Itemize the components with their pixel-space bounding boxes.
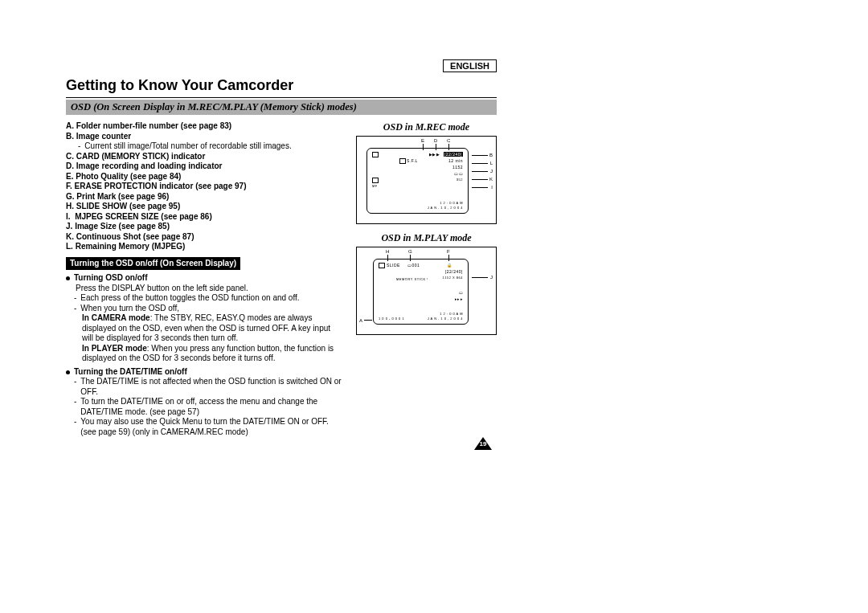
screen-size-icon: 352 bbox=[457, 178, 463, 182]
callout-E: E bbox=[421, 138, 424, 143]
callout-J: J bbox=[490, 169, 493, 174]
mrec-time: 1 2 : 0 0 A M bbox=[440, 201, 463, 205]
mplay-date: J A N . 1 0 , 2 0 0 4 bbox=[428, 317, 463, 321]
nf-indicator bbox=[372, 178, 379, 183]
line bbox=[472, 187, 488, 188]
section-band: OSD (On Screen Display in M.REC/M.PLAY (… bbox=[66, 100, 497, 115]
line bbox=[472, 171, 488, 172]
dt-l1: The DATE/TIME is not affected when the O… bbox=[74, 377, 342, 397]
line bbox=[364, 320, 372, 321]
item-l: L. Remaining Memory (MJPEG) bbox=[66, 242, 342, 252]
sfl-indicator: S.F.L bbox=[399, 158, 418, 164]
callout-C: C bbox=[447, 138, 450, 143]
dt-l3: You may also use the Quick Menu to turn … bbox=[74, 417, 342, 437]
item-b-note: Current still image/Total number of reco… bbox=[78, 141, 342, 152]
osd-onoff-l3: When you turn the OSD off, bbox=[74, 304, 342, 314]
title-rule bbox=[66, 97, 497, 98]
folder-file-number: 1 0 0 - 0 0 0 1 bbox=[379, 317, 404, 321]
continuous-shot-icon: ▭▭ bbox=[454, 171, 463, 176]
card-icon bbox=[379, 263, 386, 268]
callout-J2: J bbox=[490, 275, 493, 280]
slide-show-indicator: SLIDE bbox=[387, 263, 400, 268]
image-counter: [22/240] bbox=[445, 269, 463, 274]
item-i: I. MJPEG SCREEN SIZE (see page 86) bbox=[66, 212, 342, 223]
item-f: F. ERASE PROTECTION indicator (see page … bbox=[66, 182, 342, 192]
item-j: J. Image Size (see page 85) bbox=[66, 222, 342, 232]
mrec-inner: ▶▶▶ [22/240] S.F.L 12 min 1152 ▭▭ 352 MF… bbox=[366, 148, 469, 214]
turning-osd-onoff: Turning OSD on/off Press the DISPLAY but… bbox=[66, 273, 342, 364]
callout-I: I bbox=[491, 185, 493, 190]
mrec-panel-title: OSD in M.REC mode bbox=[356, 121, 497, 133]
image-size: 1152 X 864 bbox=[443, 276, 463, 280]
line bbox=[472, 277, 488, 278]
osd-onoff-l2: Each press of the button toggles the OSD… bbox=[74, 293, 342, 304]
osd-onoff-l1: Press the DISPLAY button on the left sid… bbox=[76, 284, 342, 294]
image-counter: [22/240] bbox=[444, 152, 463, 157]
item-b: B. Image counter bbox=[66, 132, 342, 142]
print-mark-icon: ▶▶▶ bbox=[429, 152, 440, 157]
callout-K: K bbox=[489, 177, 493, 182]
item-c: C. CARD (MEMORY STICK) indicator bbox=[66, 152, 342, 162]
item-a: A. Folder number-file number (see page 8… bbox=[66, 121, 342, 132]
remaining-mjpeg: 12 min bbox=[448, 158, 463, 163]
card-icon bbox=[372, 152, 379, 157]
mplay-time: 1 2 : 0 0 A M bbox=[440, 312, 463, 316]
loading-indicator-icon: ▸▸▸ bbox=[455, 296, 464, 301]
item-k: K. Continuous Shot (see page 87) bbox=[66, 232, 342, 243]
mplay-panel-title: OSD in M.PLAY mode bbox=[356, 232, 497, 244]
mf-indicator: MF bbox=[372, 184, 378, 188]
callout-F: F bbox=[447, 249, 450, 254]
camera-mode-note: In CAMERA mode: The STBY, REC, EASY.Q mo… bbox=[82, 313, 342, 344]
page-title: Getting to Know Your Camcorder bbox=[66, 77, 497, 94]
callout-G: G bbox=[408, 249, 412, 254]
mplay-inner: SLIDE ▭001 🔒 [22/240] 1152 X 864 MEMORY … bbox=[373, 259, 469, 325]
line bbox=[472, 163, 488, 164]
line bbox=[472, 155, 488, 156]
left-column: A. Folder number-file number (see page 8… bbox=[66, 121, 342, 437]
callout-B: B bbox=[489, 153, 493, 157]
page-number: 19 bbox=[474, 437, 492, 450]
callout-H: H bbox=[386, 249, 389, 254]
turning-datetime-onoff: Turning the DATE/TIME on/off The DATE/TI… bbox=[66, 367, 342, 438]
language-label: ENGLISH bbox=[443, 59, 497, 72]
player-mode-note: In PLAYER mode: When you press any funct… bbox=[82, 344, 342, 364]
mrec-date: J A N . 1 0 , 2 0 0 4 bbox=[428, 206, 463, 210]
callout-L: L bbox=[490, 161, 493, 166]
print-mark-icon: ▭001 bbox=[407, 263, 420, 268]
item-d: D. Image recording and loading indicator bbox=[66, 161, 342, 172]
mplay-panel: H G F J A SLIDE ▭001 🔒 [22/240] 1 bbox=[356, 247, 497, 335]
line bbox=[472, 179, 488, 180]
quality-icon: ▭ bbox=[459, 290, 464, 295]
osd-toggle-header: Turning the OSD on/off (On Screen Displa… bbox=[66, 257, 240, 271]
memory-stick-indicator: MEMORY STICK ! bbox=[396, 277, 428, 281]
dt-l2: To turn the DATE/TIME on or off, access … bbox=[74, 397, 342, 417]
image-size: 1152 bbox=[452, 165, 463, 170]
item-g: G. Print Mark (see page 96) bbox=[66, 192, 342, 202]
callout-D: D bbox=[434, 138, 437, 143]
item-h: H. SLIDE SHOW (see page 95) bbox=[66, 202, 342, 212]
erase-protection-icon: 🔒 bbox=[447, 263, 452, 268]
item-e: E. Photo Quality (see page 84) bbox=[66, 172, 342, 182]
callout-A: A bbox=[359, 318, 362, 323]
mrec-panel: E D C B L J K I bbox=[356, 136, 497, 224]
